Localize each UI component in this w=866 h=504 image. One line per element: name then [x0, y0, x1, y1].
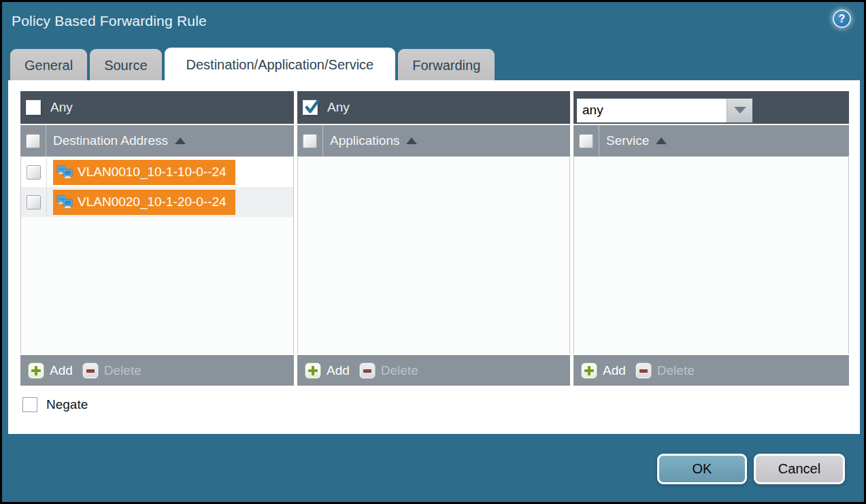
help-icon[interactable]: ? — [833, 10, 851, 28]
service-list — [573, 157, 849, 354]
service-column-header[interactable]: Service — [573, 125, 849, 157]
address-object-label: VLAN0020_10-1-20-0--24 — [78, 195, 227, 209]
destination-address-column: Any Destination Address V — [20, 91, 294, 386]
table-row: VLAN0010_10-1-10-0--24 — [21, 157, 293, 187]
add-button[interactable]: Add — [581, 363, 626, 379]
applications-list — [297, 157, 570, 354]
service-select-all-checkbox[interactable] — [579, 134, 593, 148]
address-object-chip[interactable]: VLAN0010_10-1-10-0--24 — [53, 160, 235, 185]
tab-forwarding[interactable]: Forwarding — [398, 49, 495, 82]
destination-header-label: Destination Address — [53, 133, 168, 148]
row-checkbox[interactable] — [27, 165, 41, 180]
applications-select-all-checkbox[interactable] — [303, 134, 317, 148]
applications-header-label: Applications — [330, 133, 399, 148]
add-plus-icon — [581, 363, 597, 379]
delete-button[interactable]: Delete — [82, 363, 141, 379]
destination-select-all-checkbox[interactable] — [26, 134, 40, 148]
applications-footer: Add Delete — [297, 354, 570, 386]
applications-column: Any Applications Add Delete — [297, 91, 570, 386]
table-row: VLAN0020_10-1-20-0--24 — [21, 187, 293, 217]
sort-ascending-icon — [406, 137, 417, 144]
service-dropdown-value[interactable]: any — [577, 99, 727, 122]
address-object-chip[interactable]: VLAN0020_10-1-20-0--24 — [53, 190, 235, 215]
delete-button[interactable]: Delete — [359, 363, 418, 379]
dialog-title: Policy Based Forwarding Rule — [12, 13, 207, 29]
address-object-label: VLAN0010_10-1-10-0--24 — [78, 165, 227, 180]
chevron-down-icon — [734, 107, 746, 114]
applications-any-bar: Any — [297, 91, 570, 125]
delete-minus-icon — [82, 363, 99, 379]
destination-column-header[interactable]: Destination Address — [20, 125, 294, 157]
network-address-icon — [56, 165, 73, 179]
delete-button[interactable]: Delete — [635, 363, 695, 379]
applications-column-header[interactable]: Applications — [297, 125, 570, 157]
applications-any-label: Any — [327, 100, 350, 115]
policy-based-forwarding-dialog: Policy Based Forwarding Rule ? General S… — [0, 0, 866, 504]
checkmark-icon — [303, 99, 321, 116]
negate-label: Negate — [46, 397, 88, 412]
sort-ascending-icon — [175, 137, 186, 144]
tab-source[interactable]: Source — [90, 49, 161, 82]
add-button[interactable]: Add — [305, 363, 350, 379]
tab-general[interactable]: General — [10, 49, 87, 82]
service-footer: Add Delete — [573, 354, 849, 386]
destination-any-bar: Any — [20, 91, 294, 125]
delete-minus-icon — [359, 363, 376, 379]
service-any-bar: any — [573, 91, 849, 125]
tab-destination-application-service[interactable]: Destination/Application/Service — [165, 48, 396, 82]
network-address-icon — [56, 195, 73, 209]
tab-bar: General Source Destination/Application/S… — [10, 48, 495, 82]
destination-footer: Add Delete — [20, 354, 294, 386]
cancel-button[interactable]: Cancel — [754, 454, 845, 484]
add-plus-icon — [28, 363, 44, 379]
add-button[interactable]: Add — [28, 363, 73, 379]
sort-ascending-icon — [656, 137, 667, 144]
service-column: any Service Add Delete — [573, 91, 849, 386]
destination-any-label: Any — [50, 100, 73, 115]
row-checkbox[interactable] — [27, 195, 41, 209]
applications-any-checkbox[interactable] — [303, 100, 318, 115]
service-header-label: Service — [606, 133, 649, 148]
destination-list: VLAN0010_10-1-10-0--24 VLAN0020_10-1-20-… — [20, 157, 294, 354]
service-dropdown-button[interactable] — [727, 99, 752, 122]
ok-button[interactable]: OK — [657, 454, 747, 484]
service-dropdown[interactable]: any — [577, 99, 752, 122]
negate-option: Negate — [22, 397, 88, 412]
help-glyph: ? — [839, 13, 846, 25]
add-plus-icon — [305, 363, 321, 379]
negate-checkbox[interactable] — [22, 397, 37, 412]
delete-minus-icon — [635, 363, 652, 379]
destination-any-checkbox[interactable] — [26, 100, 41, 115]
